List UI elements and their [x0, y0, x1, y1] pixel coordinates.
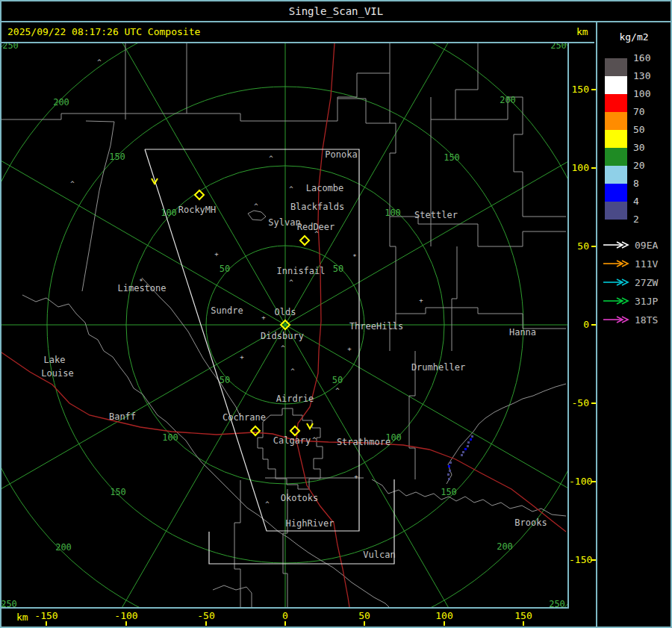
vil-echo-pixel	[448, 465, 450, 467]
x-tick-label: 100	[426, 610, 462, 621]
county-boundary-line	[372, 479, 566, 516]
range-ring-label: 50	[333, 264, 343, 274]
range-ring-label: 200	[55, 542, 72, 553]
city-label: Lacombe	[306, 183, 344, 193]
legend-value: 30	[633, 142, 668, 154]
legend-value: 4	[633, 196, 668, 208]
y-tick: 50	[569, 240, 596, 252]
vil-echo-pixel	[464, 448, 467, 450]
town-marker: +	[240, 353, 244, 361]
legend-value: 8	[633, 178, 668, 190]
radar-id-label: 31JP	[635, 295, 658, 308]
county-boundary-line	[447, 384, 566, 484]
county-boundary-line	[396, 308, 566, 329]
y-tick-label: 100	[569, 162, 589, 174]
legend-value: 160	[633, 52, 668, 64]
city-label: Didsbury	[261, 331, 304, 341]
radar-site-marker	[195, 190, 204, 199]
vil-echo-pixel	[447, 473, 449, 476]
county-boundary-line	[248, 211, 266, 220]
range-ring-label: 50	[220, 264, 230, 274]
radar-center-dot	[284, 323, 287, 326]
city-label: Stettler	[414, 210, 458, 220]
city-label: Cochrane	[223, 412, 266, 423]
city-label: Drumheller	[411, 362, 465, 373]
city-label: Olds	[275, 307, 296, 317]
legend-panel: kg/m2 1601301007050302084209EA111V27ZW31…	[596, 22, 672, 627]
legend-value: 130	[633, 70, 668, 82]
county-boundary-line	[337, 73, 390, 123]
radar-id-label: 09EA	[635, 239, 658, 252]
x-tick-mark	[284, 621, 286, 626]
vil-echo-pixel	[462, 451, 464, 453]
county-boundary-line	[390, 123, 396, 351]
city-label: Sylvan	[268, 217, 300, 228]
city-label: RedDeer	[297, 222, 335, 232]
town-marker: +	[347, 345, 352, 352]
x-tick-mark	[364, 621, 365, 626]
legend-value: 2	[633, 214, 668, 226]
range-ring-label: 150	[110, 487, 126, 497]
x-tick-mark	[205, 621, 207, 626]
radar-arrow-row: 31JP	[602, 295, 671, 308]
county-boundary-line	[213, 585, 252, 607]
town-marker: ^	[97, 58, 102, 66]
town-marker: ^	[289, 279, 293, 286]
y-tick-label: -50	[569, 397, 589, 409]
radar-arrow-row: 18TS	[602, 314, 671, 326]
x-tick-mark	[46, 621, 47, 626]
x-tick-label: 150	[505, 610, 541, 621]
x-tick-label: -100	[108, 610, 144, 621]
radar-site-marker	[300, 236, 309, 245]
town-marker: ^	[281, 344, 285, 352]
town-marker: ^	[269, 155, 273, 162]
range-ring-label: 100	[161, 208, 177, 218]
town-marker: ^	[289, 185, 293, 193]
vil-echo-pixel	[461, 454, 463, 456]
legend-unit-label: kg/m2	[597, 31, 671, 43]
town-marker: +	[419, 296, 423, 304]
y-axis: 150100500-50-100-150	[569, 43, 596, 609]
legend-value: 100	[633, 88, 668, 100]
range-ring-label: 50	[220, 375, 230, 385]
city-label: Lake	[44, 355, 66, 365]
legend-swatch	[605, 148, 627, 166]
legend-value: 20	[633, 160, 668, 172]
y-tick-label: -100	[569, 476, 589, 488]
town-marker: ^	[290, 367, 295, 375]
x-tick-mark	[444, 621, 445, 626]
vil-echo-pixel	[449, 461, 452, 464]
x-tick-mark	[523, 621, 524, 626]
radar-arrow-icon	[602, 240, 632, 250]
city-label: HighRiver	[285, 518, 334, 529]
vil-echo-pixel	[470, 438, 472, 441]
legend-swatch	[605, 112, 627, 130]
city-label: Sundre	[211, 305, 243, 316]
range-ring-label: 100	[162, 432, 178, 443]
city-label: Ponoka	[325, 149, 357, 160]
radar-arrow-icon	[602, 259, 632, 269]
x-tick-label: 50	[346, 610, 382, 621]
radar-map-canvas[interactable]: 5050505010010010010015015015015020020020…	[1, 43, 567, 607]
radar-arrow-icon	[602, 315, 632, 325]
radar-id-label: 18TS	[635, 314, 658, 326]
range-ring-label: 50	[332, 375, 343, 385]
y-axis-unit-label: km	[576, 22, 588, 42]
map-area[interactable]: 5050505010010010010015015015015020020020…	[1, 43, 569, 609]
x-tick-label: -150	[28, 610, 64, 621]
window-title: Single_Scan_VIL	[289, 5, 383, 17]
city-label: Hanna	[509, 327, 536, 338]
town-marker: ^	[265, 500, 270, 508]
y-tick-label: 0	[569, 319, 589, 331]
legend-swatch	[605, 166, 627, 184]
county-boundary-line	[22, 295, 389, 607]
y-tick: 0	[569, 319, 596, 331]
city-label: RockyMH	[178, 205, 217, 215]
county-boundary-line	[431, 43, 478, 119]
city-label: ThreeHills	[349, 321, 403, 332]
radar-id-label: 111V	[635, 258, 658, 270]
city-label: Okotoks	[281, 493, 319, 503]
town-marker: +	[354, 473, 358, 480]
range-ring-label: 200	[497, 541, 513, 552]
y-tick: -100	[569, 476, 596, 488]
